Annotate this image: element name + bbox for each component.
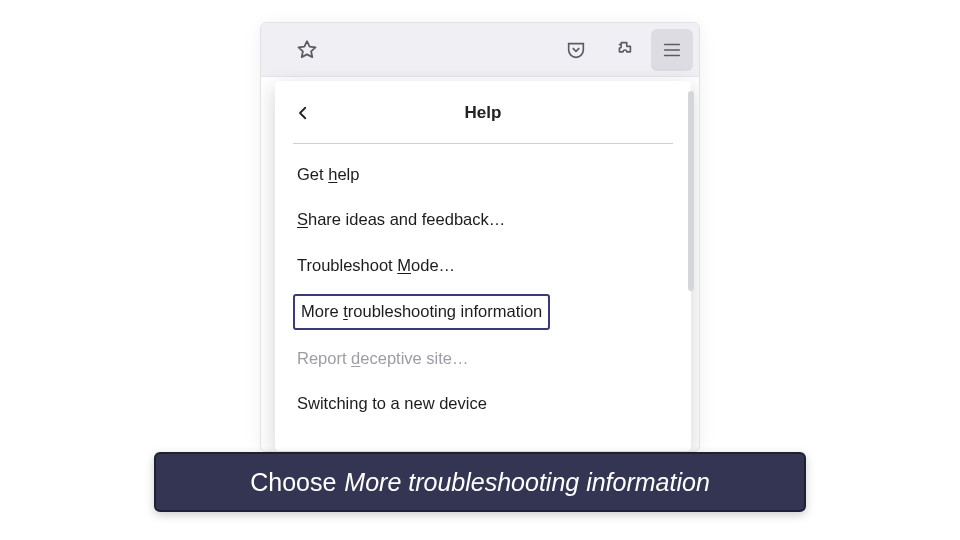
browser-window-fragment: Help Get helpShare ideas and feedback…Tr…	[260, 22, 700, 452]
mnemonic: S	[297, 210, 308, 228]
menu-item-text: More	[301, 302, 343, 320]
menu-item-4: Report deceptive site…	[275, 336, 691, 381]
mnemonic: d	[351, 349, 360, 367]
caption-lead: Choose	[250, 468, 336, 497]
mnemonic: h	[328, 165, 337, 183]
caption-emphasis: More troubleshooting information	[344, 468, 709, 497]
extensions-icon[interactable]	[603, 29, 645, 71]
menu-item-text: Switching to a new device	[297, 394, 487, 412]
menu-title: Help	[275, 103, 691, 123]
separator	[293, 143, 673, 144]
menu-item-text: hare ideas and feedback…	[308, 210, 505, 228]
menu-item-2[interactable]: Troubleshoot Mode…	[275, 243, 691, 288]
menu-item-text: Troubleshoot	[297, 256, 397, 274]
menu-item-text: ode…	[411, 256, 455, 274]
menu-item-text: Report	[297, 349, 351, 367]
browser-toolbar	[261, 23, 699, 77]
application-menu-icon[interactable]	[651, 29, 693, 71]
bookmark-star-icon[interactable]	[286, 29, 328, 71]
instruction-caption: Choose More troubleshooting information	[154, 452, 806, 512]
menu-item-text: roubleshooting information	[348, 302, 542, 320]
menu-item-text: elp	[337, 165, 359, 183]
mnemonic: M	[397, 256, 411, 274]
help-menu-panel: Help Get helpShare ideas and feedback…Tr…	[275, 81, 691, 451]
menu-header: Help	[275, 87, 691, 139]
menu-item-0[interactable]: Get help	[275, 152, 691, 197]
back-button[interactable]	[287, 97, 319, 129]
menu-item-text: Get	[297, 165, 328, 183]
menu-item-5[interactable]: Switching to a new device	[275, 381, 691, 426]
menu-item-3[interactable]: More troubleshooting information	[293, 294, 550, 329]
menu-item-1[interactable]: Share ideas and feedback…	[275, 197, 691, 242]
menu-item-text: eceptive site…	[360, 349, 468, 367]
save-to-pocket-icon[interactable]	[555, 29, 597, 71]
